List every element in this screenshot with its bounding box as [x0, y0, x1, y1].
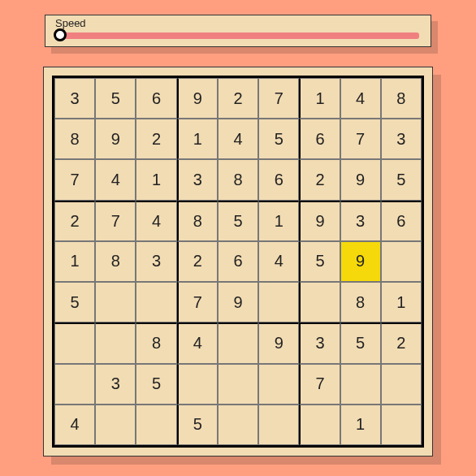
sudoku-cell[interactable]: 1 [54, 241, 95, 282]
cell-value: 2 [315, 171, 324, 189]
sudoku-cell[interactable] [218, 364, 258, 405]
sudoku-cell[interactable] [54, 364, 95, 405]
sudoku-cell[interactable]: 1 [136, 159, 176, 200]
sudoku-cell[interactable] [177, 364, 218, 405]
cell-value: 7 [193, 293, 202, 312]
sudoku-cell[interactable] [95, 322, 136, 363]
sudoku-cell[interactable]: 8 [340, 282, 381, 322]
sudoku-cell[interactable]: 5 [177, 405, 218, 445]
sudoku-cell[interactable]: 7 [95, 201, 136, 241]
sudoku-cell[interactable]: 2 [54, 201, 95, 241]
sudoku-cell[interactable]: 9 [299, 201, 340, 241]
sudoku-cell[interactable]: 2 [381, 322, 422, 363]
sudoku-cell[interactable] [95, 282, 136, 322]
sudoku-cell[interactable]: 3 [95, 364, 136, 405]
sudoku-cell[interactable]: 7 [340, 119, 381, 159]
sudoku-cell[interactable]: 3 [299, 322, 340, 363]
sudoku-cell[interactable] [95, 405, 136, 445]
cell-value: 5 [396, 171, 405, 189]
sudoku-cell[interactable]: 6 [381, 201, 422, 241]
sudoku-cell[interactable] [340, 364, 381, 405]
sudoku-cell[interactable] [218, 405, 258, 445]
cell-value: 4 [111, 171, 120, 189]
sudoku-cell[interactable] [136, 405, 176, 445]
cell-value: 4 [275, 252, 283, 270]
sudoku-cell[interactable]: 3 [340, 201, 381, 241]
sudoku-cell[interactable] [381, 405, 422, 445]
speed-slider[interactable] [52, 30, 424, 40]
sudoku-cell[interactable]: 5 [381, 159, 422, 200]
sudoku-cell[interactable]: 5 [258, 119, 299, 159]
sudoku-cell[interactable]: 5 [136, 364, 176, 405]
sudoku-cell[interactable] [299, 405, 340, 445]
sudoku-cell[interactable]: 9 [340, 241, 381, 282]
sudoku-cell[interactable]: 5 [218, 201, 258, 241]
sudoku-board: 3569271488921456737413862952748519361832… [43, 67, 433, 457]
sudoku-cell[interactable] [258, 282, 299, 322]
cell-value: 9 [111, 130, 120, 149]
sudoku-cell[interactable]: 8 [95, 241, 136, 282]
sudoku-cell[interactable]: 7 [177, 282, 218, 322]
cell-value: 3 [152, 252, 161, 270]
sudoku-cell[interactable]: 8 [218, 159, 258, 200]
speed-panel: Speed [45, 15, 431, 47]
sudoku-cell[interactable]: 2 [299, 159, 340, 200]
sudoku-cell[interactable] [381, 241, 422, 282]
sudoku-cell[interactable]: 4 [177, 322, 218, 363]
cell-value: 9 [233, 293, 242, 312]
sudoku-cell[interactable]: 1 [340, 405, 381, 445]
sudoku-cell[interactable]: 6 [218, 241, 258, 282]
sudoku-cell[interactable]: 2 [218, 78, 258, 119]
cell-value: 2 [233, 89, 242, 108]
sudoku-cell[interactable]: 4 [54, 405, 95, 445]
sudoku-cell[interactable] [299, 282, 340, 322]
sudoku-cell[interactable] [258, 405, 299, 445]
sudoku-cell[interactable] [54, 322, 95, 363]
sudoku-cell[interactable]: 3 [177, 159, 218, 200]
cell-value: 5 [275, 130, 283, 149]
sudoku-cell[interactable]: 4 [340, 78, 381, 119]
sudoku-cell[interactable]: 9 [258, 322, 299, 363]
slider-thumb[interactable] [54, 28, 67, 41]
sudoku-cell[interactable]: 5 [340, 322, 381, 363]
sudoku-cell[interactable]: 8 [177, 201, 218, 241]
cell-value: 7 [275, 89, 283, 108]
sudoku-cell[interactable]: 9 [340, 159, 381, 200]
sudoku-cell[interactable]: 7 [258, 78, 299, 119]
sudoku-cell[interactable]: 5 [54, 282, 95, 322]
sudoku-cell[interactable]: 1 [299, 78, 340, 119]
sudoku-grid: 3569271488921456737413862952748519361832… [52, 76, 424, 448]
sudoku-cell[interactable]: 8 [381, 78, 422, 119]
sudoku-cell[interactable]: 5 [299, 241, 340, 282]
sudoku-cell[interactable]: 3 [54, 78, 95, 119]
sudoku-cell[interactable]: 7 [299, 364, 340, 405]
sudoku-cell[interactable]: 9 [95, 119, 136, 159]
sudoku-cell[interactable]: 1 [258, 201, 299, 241]
sudoku-cell[interactable]: 2 [136, 119, 176, 159]
sudoku-cell[interactable]: 1 [381, 282, 422, 322]
sudoku-cell[interactable]: 6 [136, 78, 176, 119]
sudoku-cell[interactable]: 8 [136, 322, 176, 363]
sudoku-cell[interactable]: 5 [95, 78, 136, 119]
sudoku-cell[interactable]: 6 [258, 159, 299, 200]
sudoku-cell[interactable]: 8 [54, 119, 95, 159]
sudoku-cell[interactable]: 3 [136, 241, 176, 282]
cell-value: 2 [396, 334, 405, 353]
sudoku-cell[interactable] [136, 282, 176, 322]
sudoku-cell[interactable]: 3 [381, 119, 422, 159]
sudoku-cell[interactable]: 2 [177, 241, 218, 282]
sudoku-cell[interactable]: 4 [95, 159, 136, 200]
sudoku-cell[interactable]: 9 [218, 282, 258, 322]
cell-value: 3 [71, 89, 80, 108]
sudoku-cell[interactable] [218, 322, 258, 363]
sudoku-cell[interactable]: 4 [136, 201, 176, 241]
sudoku-cell[interactable]: 7 [54, 159, 95, 200]
sudoku-cell[interactable]: 9 [177, 78, 218, 119]
sudoku-cell[interactable]: 4 [218, 119, 258, 159]
sudoku-cell[interactable]: 6 [299, 119, 340, 159]
sudoku-cell[interactable]: 1 [177, 119, 218, 159]
sudoku-cell[interactable] [258, 364, 299, 405]
cell-value: 1 [356, 415, 365, 434]
sudoku-cell[interactable]: 4 [258, 241, 299, 282]
sudoku-cell[interactable] [381, 364, 422, 405]
